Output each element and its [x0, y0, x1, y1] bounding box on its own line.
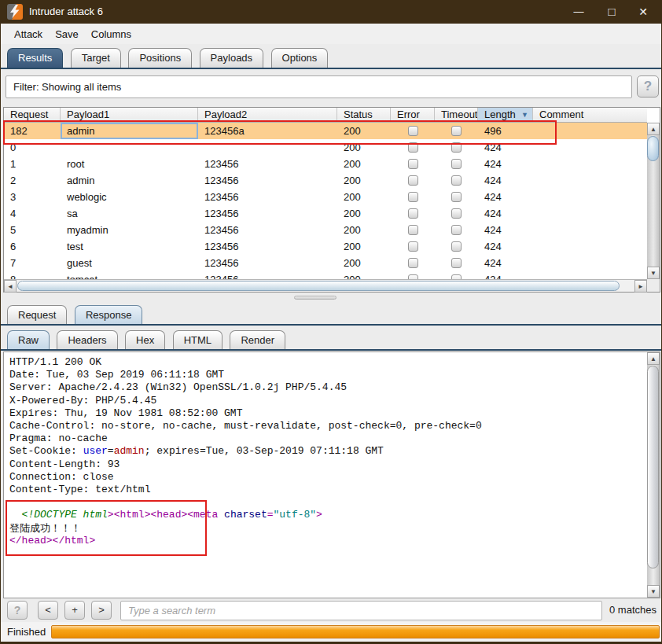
table-vertical-scrollbar[interactable]: ▲ ▼ [647, 123, 660, 279]
request-cell[interactable]: 7 [4, 255, 61, 271]
request-cell[interactable]: 4 [4, 205, 61, 222]
column-header-request[interactable]: Request [4, 108, 61, 122]
comment-cell[interactable] [533, 123, 647, 139]
error-checkbox[interactable] [408, 175, 418, 186]
timeout-checkbox[interactable] [451, 225, 462, 235]
comment-cell[interactable] [533, 255, 647, 271]
length-cell[interactable]: 424 [478, 156, 533, 172]
tab-hex[interactable]: Hex [125, 330, 165, 350]
request-cell[interactable]: 1 [4, 156, 61, 172]
timeout-checkbox[interactable] [451, 192, 462, 202]
request-cell[interactable]: 2 [4, 172, 61, 189]
help-icon[interactable]: ? [637, 75, 659, 98]
request-cell[interactable]: 182 [4, 123, 61, 139]
timeout-checkbox[interactable] [451, 126, 462, 136]
scrollbar-thumb[interactable] [647, 136, 659, 161]
scroll-left-icon[interactable]: ◄ [4, 280, 17, 293]
tab-options[interactable]: Options [271, 48, 329, 68]
request-cell[interactable]: 3 [4, 189, 61, 205]
request-cell[interactable]: 6 [4, 238, 61, 255]
comment-cell[interactable] [533, 189, 647, 205]
payload1-cell[interactable]: test [61, 238, 198, 255]
scrollbar-thumb[interactable] [17, 281, 620, 291]
payload1-cell[interactable]: sa [61, 205, 198, 222]
column-header-status[interactable]: Status [337, 108, 391, 122]
status-cell[interactable]: 200 [337, 123, 391, 139]
length-cell[interactable]: 496 [478, 123, 533, 139]
next-match-button[interactable]: > [91, 601, 112, 620]
search-input[interactable] [120, 601, 602, 620]
column-header-comment[interactable]: Comment [533, 108, 647, 122]
payload2-cell[interactable]: 123456 [198, 156, 337, 172]
tab-target[interactable]: Target [71, 48, 121, 68]
close-button[interactable]: ✕ [627, 0, 660, 24]
table-row[interactable]: 8 tomcat 123456 200 424 [4, 271, 647, 279]
table-row[interactable]: 1 root 123456 200 424 [4, 156, 647, 172]
timeout-checkbox[interactable] [451, 241, 462, 252]
error-checkbox[interactable] [408, 126, 418, 136]
comment-cell[interactable] [533, 271, 647, 279]
response-text[interactable]: HTTP/1.1 200 OKDate: Tue, 03 Sep 2019 06… [9, 356, 644, 596]
table-row[interactable]: 4 sa 123456 200 424 [4, 205, 647, 222]
status-cell[interactable]: 200 [337, 271, 391, 279]
tab-results[interactable]: Results [7, 48, 63, 68]
column-header-timeout[interactable]: Timeout [435, 108, 478, 122]
tab-headers[interactable]: Headers [57, 330, 117, 350]
length-cell[interactable]: 424 [478, 189, 533, 205]
timeout-checkbox[interactable] [451, 142, 462, 153]
table-row[interactable]: 6 test 123456 200 424 [4, 238, 647, 255]
payload1-cell[interactable]: guest [61, 255, 198, 271]
comment-cell[interactable] [533, 222, 647, 238]
scroll-right-icon[interactable]: ► [634, 280, 647, 293]
timeout-checkbox[interactable] [451, 159, 462, 169]
add-search-term-button[interactable]: + [64, 601, 85, 620]
payload1-cell[interactable]: myadmin [61, 222, 198, 238]
timeout-checkbox[interactable] [451, 175, 462, 186]
request-cell[interactable]: 8 [4, 271, 61, 279]
request-cell[interactable]: 0 [4, 139, 61, 156]
error-checkbox[interactable] [408, 225, 418, 235]
payload1-cell[interactable]: tomcat [61, 271, 198, 279]
error-checkbox[interactable] [408, 258, 418, 268]
payload2-cell[interactable]: 123456 [198, 255, 337, 271]
payload2-cell[interactable]: 123456 [198, 189, 337, 205]
status-cell[interactable]: 200 [337, 172, 391, 189]
comment-cell[interactable] [533, 156, 647, 172]
tab-html[interactable]: HTML [173, 330, 223, 350]
minimize-button[interactable]: — [562, 0, 595, 24]
table-row[interactable]: 2 admin 123456 200 424 [4, 172, 647, 189]
comment-cell[interactable] [533, 172, 647, 189]
scroll-up-icon[interactable]: ▲ [647, 352, 660, 365]
response-vertical-scrollbar[interactable]: ▲ ▼ [647, 352, 660, 598]
timeout-checkbox[interactable] [451, 258, 462, 268]
filter-summary[interactable]: Filter: Showing all items [6, 75, 632, 98]
tab-positions[interactable]: Positions [128, 48, 192, 68]
error-checkbox[interactable] [408, 159, 418, 169]
tab-request[interactable]: Request [7, 305, 67, 325]
length-cell[interactable]: 424 [478, 172, 533, 189]
timeout-checkbox[interactable] [451, 208, 462, 219]
menu-save[interactable]: Save [50, 26, 84, 42]
payload1-cell[interactable]: admin [61, 123, 198, 139]
length-cell[interactable]: 424 [478, 271, 533, 279]
payload2-cell[interactable] [198, 139, 337, 156]
length-cell[interactable]: 424 [478, 238, 533, 255]
comment-cell[interactable] [533, 139, 647, 156]
status-cell[interactable]: 200 [337, 255, 391, 271]
payload1-cell[interactable]: root [61, 156, 198, 172]
status-cell[interactable]: 200 [337, 139, 391, 156]
request-cell[interactable]: 5 [4, 222, 61, 238]
status-cell[interactable]: 200 [337, 189, 391, 205]
scroll-down-icon[interactable]: ▼ [647, 585, 660, 598]
scroll-down-icon[interactable]: ▼ [647, 267, 660, 279]
menu-attack[interactable]: Attack [9, 26, 48, 42]
error-checkbox[interactable] [408, 142, 418, 153]
comment-cell[interactable] [533, 205, 647, 222]
payload2-cell[interactable]: 123456 [198, 238, 337, 255]
status-cell[interactable]: 200 [337, 238, 391, 255]
scrollbar-thumb[interactable] [647, 366, 659, 569]
error-checkbox[interactable] [408, 192, 418, 202]
status-cell[interactable]: 200 [337, 222, 391, 238]
payload1-cell[interactable] [61, 139, 198, 156]
payload2-cell[interactable]: 123456 [198, 172, 337, 189]
